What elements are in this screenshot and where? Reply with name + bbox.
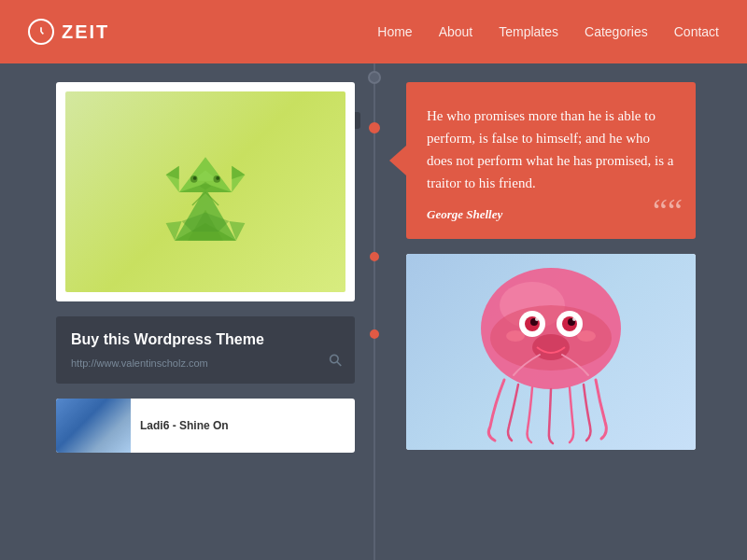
logo-icon — [28, 19, 54, 45]
image-card[interactable] — [56, 82, 355, 301]
svg-point-14 — [193, 176, 197, 180]
svg-point-33 — [572, 317, 576, 321]
link-card[interactable]: Buy this Wordpress Theme http://www.vale… — [56, 316, 355, 384]
nav-about[interactable]: About — [439, 24, 473, 39]
quote-card-arrow — [389, 146, 406, 175]
quote-text: He who promises more than he is able to … — [427, 105, 675, 194]
quote-author: George Shelley — [427, 207, 675, 222]
nav-home[interactable]: Home — [377, 24, 412, 39]
origami-image — [65, 91, 345, 292]
svg-point-35 — [506, 330, 525, 342]
link-card-url[interactable]: http://www.valentinscholz.com — [71, 357, 208, 369]
jellyfish-card[interactable] — [406, 254, 696, 450]
nav-categories[interactable]: Categories — [585, 24, 648, 39]
timeline-dot-mid1 — [369, 122, 380, 133]
svg-line-2 — [41, 32, 43, 34]
bottom-card-image — [56, 399, 131, 453]
svg-point-32 — [535, 317, 539, 321]
left-column: Buy this Wordpress Theme http://www.vale… — [56, 82, 355, 468]
nav-contact[interactable]: Contact — [674, 24, 719, 39]
quote-card[interactable]: He who promises more than he is able to … — [406, 82, 696, 239]
timeline-dot-mid3 — [370, 329, 379, 339]
link-card-title: Buy this Wordpress Theme — [71, 331, 340, 348]
timeline-dot-top — [368, 71, 381, 84]
header: ZEIT Home About Templates Categories Con… — [0, 0, 747, 63]
logo[interactable]: ZEIT — [28, 19, 109, 45]
bottom-card-text: Ladi6 - Shine On — [131, 399, 238, 453]
jellyfish-image — [406, 254, 696, 450]
svg-point-15 — [216, 176, 219, 180]
timeline-dot-mid2 — [370, 252, 379, 261]
nav-templates[interactable]: Templates — [499, 24, 558, 39]
logo-text: ZEIT — [62, 21, 109, 43]
timeline-line — [374, 63, 375, 560]
quotemark-icon: ““ — [653, 194, 683, 228]
svg-point-36 — [577, 330, 596, 342]
link-icon: ⚲ — [324, 349, 347, 372]
bottom-card[interactable]: Ladi6 - Shine On — [56, 399, 355, 453]
right-column: He who promises more than he is able to … — [406, 82, 696, 450]
main-content: 4 days ago — [0, 63, 747, 560]
main-nav: Home About Templates Categories Contact — [377, 24, 719, 39]
